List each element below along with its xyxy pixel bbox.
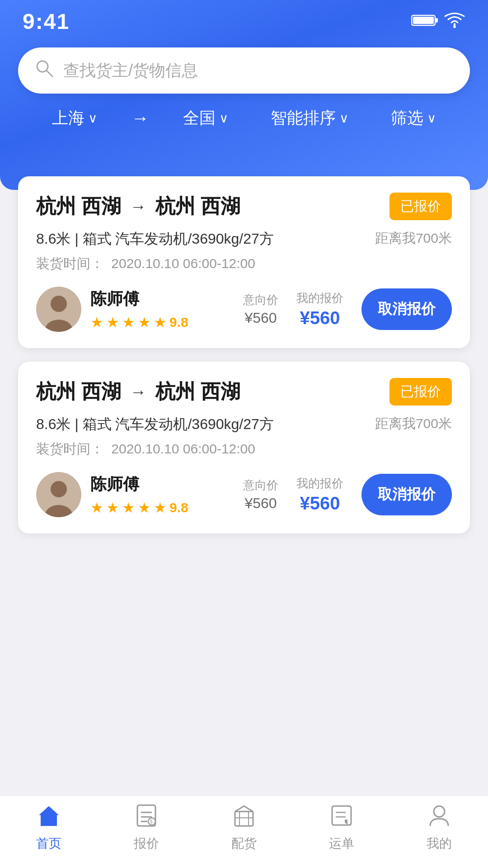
card-2-my-price-value: ¥560	[300, 493, 340, 514]
destination-label: 全国	[183, 107, 216, 129]
svg-rect-2	[413, 17, 434, 24]
card-1-avatar	[36, 287, 81, 332]
card-2-quoted-badge: 已报价	[389, 378, 452, 406]
svg-rect-1	[436, 18, 438, 23]
search-placeholder: 查找货主/货物信息	[63, 60, 198, 82]
card-2-route: 杭州 西湖 → 杭州 西湖	[36, 378, 240, 405]
card-2-driver-info: 陈师傅 ★ ★ ★ ★ ★ 9.8	[90, 473, 234, 516]
box-icon	[231, 803, 257, 831]
card-1-cancel-button[interactable]: 取消报价	[361, 288, 452, 330]
card-1-my-price-value: ¥560	[300, 308, 340, 328]
card-1-star-3: ★	[122, 314, 135, 331]
card-1-footer: 陈师傅 ★ ★ ★ ★ ★ 9.8 意向价 ¥560 我的报价 ¥560 取消报…	[36, 287, 452, 332]
origin-label: 上海	[52, 107, 84, 129]
sort-chevron-icon: ∨	[339, 111, 349, 126]
card-2-specs: 8.6米 | 箱式 汽车发动机/3690kg/27方	[36, 415, 274, 434]
card-1-route: 杭州 西湖 → 杭州 西湖	[36, 193, 240, 220]
card-1-route-arrow: →	[130, 197, 146, 216]
card-2-specs-row: 8.6米 | 箱式 汽车发动机/3690kg/27方 距离我700米	[36, 415, 452, 434]
card-1-rating: 9.8	[169, 315, 188, 330]
svg-rect-13	[137, 805, 155, 826]
card-1-driver-name: 陈师傅	[90, 288, 234, 310]
card-1-distance: 距离我700米	[375, 229, 452, 249]
card-2-intent-value: ¥560	[244, 495, 277, 512]
status-bar: 9:41	[0, 0, 488, 38]
card-2-star-5: ★	[154, 499, 167, 516]
profile-icon	[427, 803, 451, 831]
card-1-stars-row: ★ ★ ★ ★ ★ 9.8	[90, 314, 234, 331]
card-1-loading-label: 装货时间：	[36, 256, 104, 271]
nav-profile[interactable]: 我的	[390, 803, 488, 852]
card-2-route-arrow: →	[130, 382, 146, 401]
nav-dispatch-label: 配货	[231, 835, 257, 852]
card-2-star-2: ★	[106, 499, 119, 516]
card-2-cancel-button[interactable]: 取消报价	[361, 474, 452, 515]
card-1-my-price: 我的报价 ¥560	[296, 290, 343, 328]
card-2-footer: 陈师傅 ★ ★ ★ ★ ★ 9.8 意向价 ¥560 我的报价 ¥560 取消报…	[36, 472, 452, 517]
content-area: 杭州 西湖 → 杭州 西湖 已报价 8.6米 | 箱式 汽车发动机/3690kg…	[0, 167, 488, 547]
status-icons	[411, 12, 465, 31]
wifi-icon	[444, 12, 465, 31]
svg-rect-23	[332, 806, 351, 825]
card-1-loading-value: 2020.10.10 06:00-12:00	[111, 256, 255, 271]
card-2-distance: 距离我700米	[375, 415, 452, 434]
card-2-loading-value: 2020.10.10 06:00-12:00	[111, 441, 255, 456]
nav-waybill-label: 运单	[329, 835, 354, 852]
svg-rect-19	[235, 811, 253, 826]
filter-chevron-icon: ∨	[427, 111, 436, 126]
filter-screen[interactable]: 筛选 ∨	[361, 107, 465, 129]
card-1-specs-row: 8.6米 | 箱式 汽车发动机/3690kg/27方 距离我700米	[36, 229, 452, 249]
svg-line-5	[47, 71, 52, 76]
svg-point-7	[51, 296, 67, 312]
nav-profile-label: 我的	[427, 835, 452, 852]
card-2-star-1: ★	[90, 499, 103, 516]
battery-icon	[411, 12, 438, 31]
filter-label: 筛选	[391, 107, 423, 129]
status-time: 9:41	[23, 9, 70, 34]
svg-rect-12	[45, 820, 52, 826]
sort-label: 智能排序	[271, 107, 336, 129]
card-2-route-from: 杭州 西湖	[36, 378, 121, 405]
card-1-star-5: ★	[154, 314, 167, 331]
card-1-header: 杭州 西湖 → 杭州 西湖 已报价	[36, 193, 452, 220]
nav-dispatch[interactable]: 配货	[195, 803, 293, 852]
nav-waybill[interactable]: 运单	[293, 803, 390, 852]
card-1-quoted-badge: 已报价	[389, 193, 452, 220]
nav-quote[interactable]: $ 报价	[98, 803, 195, 852]
bottom-nav: 首页 $ 报价 配货	[0, 796, 488, 868]
destination-chevron-icon: ∨	[219, 111, 229, 126]
quote-icon: $	[135, 803, 158, 831]
origin-chevron-icon: ∨	[88, 111, 98, 126]
card-1-loading-time: 装货时间： 2020.10.10 06:00-12:00	[36, 255, 452, 273]
card-2-intent-price: 意向价 ¥560	[243, 477, 278, 512]
card-2-route-to: 杭州 西湖	[155, 378, 240, 405]
search-bar-container: 查找货主/货物信息	[0, 38, 488, 107]
card-1-route-from: 杭州 西湖	[36, 193, 121, 220]
search-icon	[34, 58, 54, 83]
nav-home[interactable]: 首页	[0, 803, 98, 852]
svg-point-26	[434, 806, 445, 817]
filter-origin[interactable]: 上海 ∨	[23, 107, 127, 129]
filter-destination[interactable]: 全国 ∨	[154, 107, 258, 129]
card-2-loading-label: 装货时间：	[36, 441, 104, 456]
card-2-avatar	[36, 472, 81, 517]
card-2-my-price: 我的报价 ¥560	[296, 476, 343, 514]
card-2-stars-row: ★ ★ ★ ★ ★ 9.8	[90, 499, 234, 516]
svg-point-10	[51, 481, 67, 497]
card-2-star-4: ★	[138, 499, 151, 516]
waybill-icon	[329, 803, 354, 831]
nav-quote-label: 报价	[134, 835, 159, 852]
card-1-specs: 8.6米 | 箱式 汽车发动机/3690kg/27方	[36, 229, 274, 249]
search-bar[interactable]: 查找货主/货物信息	[18, 47, 470, 94]
card-1-route-to: 杭州 西湖	[155, 193, 240, 220]
card-1-star-2: ★	[106, 314, 119, 331]
svg-text:$: $	[150, 819, 153, 824]
cargo-card-1: 杭州 西湖 → 杭州 西湖 已报价 8.6米 | 箱式 汽车发动机/3690kg…	[18, 176, 470, 348]
filter-sort[interactable]: 智能排序 ∨	[258, 107, 361, 129]
card-2-star-3: ★	[122, 499, 135, 516]
route-separator: →	[131, 108, 149, 128]
card-1-my-price-label: 我的报价	[296, 290, 343, 306]
card-1-star-1: ★	[90, 314, 103, 331]
card-2-my-price-label: 我的报价	[296, 476, 343, 491]
home-icon	[36, 803, 61, 831]
